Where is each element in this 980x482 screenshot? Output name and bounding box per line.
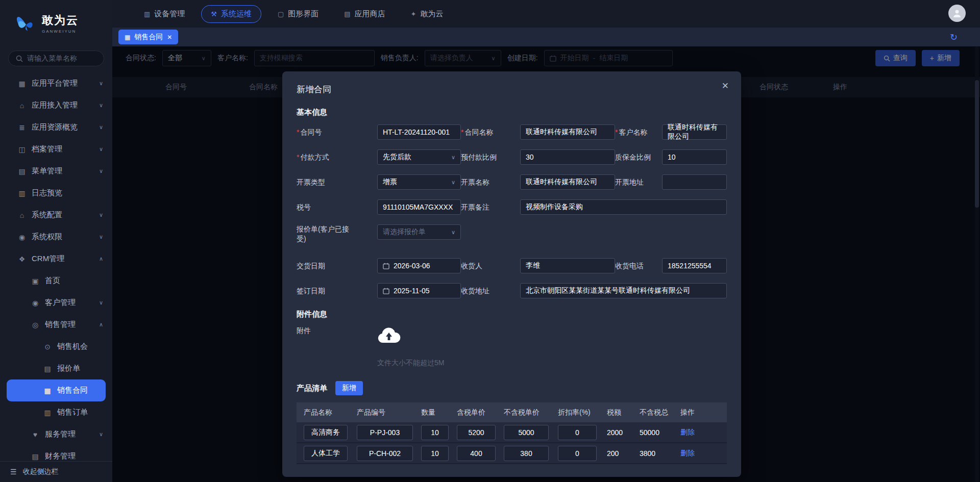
field-value: 2025-11-05 bbox=[394, 287, 430, 295]
sidebar-item-报价单[interactable]: ▤报价单 bbox=[0, 358, 112, 379]
product-input-price_notax[interactable]: 380 bbox=[504, 446, 549, 461]
tab-sales-contract[interactable]: ▦ 销售合同 ✕ bbox=[118, 30, 178, 44]
product-col-折扣率(%): 折扣率(%) bbox=[558, 408, 607, 417]
product-input-qty[interactable]: 10 bbox=[421, 446, 449, 461]
product-input-price_tax[interactable]: 400 bbox=[457, 446, 496, 461]
user-avatar[interactable] bbox=[948, 5, 966, 22]
date-picker-交货日期[interactable]: 2026-03-06 bbox=[377, 258, 461, 273]
product-cell-name: 人体工学 bbox=[304, 446, 357, 461]
product-cell-code: P-PJ-003 bbox=[357, 425, 421, 440]
product-col-不含税总: 不含税总 bbox=[640, 408, 680, 417]
select-付款方式[interactable]: 先货后款∨ bbox=[377, 149, 461, 165]
sidebar-item-销售订单[interactable]: ▥销售订单 bbox=[0, 401, 112, 423]
close-icon[interactable]: ✕ bbox=[722, 81, 729, 91]
field-label-text: 开票类型 bbox=[297, 178, 325, 186]
upload-dropzone[interactable] bbox=[377, 326, 727, 345]
sidebar-item-档案管理[interactable]: ◫档案管理∨ bbox=[0, 138, 112, 160]
input-收货人[interactable]: 李维 bbox=[520, 258, 615, 273]
product-value-total_notax: 3800 bbox=[640, 449, 680, 458]
nav-tab-cloud[interactable]: ✦敢为云 bbox=[402, 6, 453, 22]
input-收货地址[interactable]: 北京市朝阳区某某街道某某号联通时科传媒有限公司 bbox=[520, 283, 727, 298]
input-客户名称[interactable]: 联通时科传媒有限公司 bbox=[662, 124, 727, 140]
sidebar-item-label: 应用接入管理 bbox=[32, 100, 78, 110]
collapse-sidebar-button[interactable]: ☰ 收起侧边栏 bbox=[0, 462, 112, 482]
sidebar-item-label: 客户管理 bbox=[45, 298, 76, 308]
product-cell-price_tax: 400 bbox=[457, 446, 504, 461]
sidebar-menu: ▦应用平台管理∨⌂应用接入管理∨≣应用资源概览∨◫档案管理∨▤菜单管理∨▥日志预… bbox=[0, 72, 112, 462]
sidebar-item-日志预览[interactable]: ▥日志预览 bbox=[0, 182, 112, 204]
field-label-报价单(客户已接受): 报价单(客户已接受) bbox=[297, 224, 377, 244]
sidebar-item-客户管理[interactable]: ◉客户管理∨ bbox=[0, 292, 112, 314]
sidebar-item-应用资源概览[interactable]: ≣应用资源概览∨ bbox=[0, 116, 112, 138]
add-product-button[interactable]: 新增 bbox=[335, 381, 363, 395]
input-开票备注[interactable]: 视频制作设备采购 bbox=[520, 199, 727, 215]
input-开票地址[interactable] bbox=[662, 174, 727, 190]
sidebar-item-销售机会[interactable]: ⊙销售机会 bbox=[0, 336, 112, 358]
input-合同号[interactable]: HT-LT-20241120-001 bbox=[377, 124, 461, 140]
product-input-code[interactable]: P-PJ-003 bbox=[357, 425, 413, 440]
delete-product-link[interactable]: 删除 bbox=[680, 449, 695, 458]
input-收货电话[interactable]: 18521255554 bbox=[662, 258, 727, 273]
product-input-name[interactable]: 高清商务 bbox=[304, 425, 348, 440]
nav-tab-gui[interactable]: ▢图形界面 bbox=[268, 6, 328, 22]
sidebar-item-服务管理[interactable]: ♥服务管理∨ bbox=[0, 423, 112, 445]
product-input-discount[interactable]: 0 bbox=[558, 446, 597, 461]
chevron-up-icon: ∧ bbox=[99, 321, 103, 328]
menu-item-icon: ▤ bbox=[43, 365, 52, 373]
refresh-icon[interactable]: ↻ bbox=[950, 32, 958, 43]
input-开票名称[interactable]: 联通时科传媒有限公司 bbox=[520, 174, 615, 190]
field-label-text: 质保金比例 bbox=[615, 153, 651, 161]
delete-product-link[interactable]: 删除 bbox=[680, 428, 695, 437]
field-label-text: 收货地址 bbox=[461, 287, 489, 295]
product-value-tax: 2000 bbox=[607, 428, 640, 437]
section-basic-info: 基本信息 bbox=[297, 108, 727, 117]
sidebar-item-财务管理[interactable]: ▤财务管理 bbox=[0, 445, 112, 462]
sidebar-item-应用接入管理[interactable]: ⌂应用接入管理∨ bbox=[0, 94, 112, 116]
sidebar-item-菜单管理[interactable]: ▤菜单管理∨ bbox=[0, 160, 112, 182]
nav-tab-label: 敢为云 bbox=[420, 9, 443, 19]
sidebar-item-应用平台管理[interactable]: ▦应用平台管理∨ bbox=[0, 72, 112, 94]
sidebar-item-首页[interactable]: ▣首页 bbox=[0, 270, 112, 292]
sidebar-item-CRM管理[interactable]: ❖CRM管理∧ bbox=[0, 248, 112, 270]
select-开票类型[interactable]: 增票∨ bbox=[377, 174, 461, 190]
menu-item-icon: ▣ bbox=[31, 277, 40, 285]
form-row: *合同号HT-LT-20241120-001*合同名称联通时科传媒有限公司*客户… bbox=[297, 124, 727, 140]
product-cell-code: P-CH-002 bbox=[357, 446, 421, 461]
sidebar-item-销售管理[interactable]: ◎销售管理∧ bbox=[0, 314, 112, 336]
chevron-down-icon: ∨ bbox=[99, 299, 103, 306]
contract-icon: ▦ bbox=[125, 34, 130, 41]
tab-close-icon[interactable]: ✕ bbox=[167, 34, 172, 41]
sidebar-item-销售合同[interactable]: ▦销售合同 bbox=[7, 379, 106, 401]
menu-item-icon: ⌂ bbox=[17, 211, 27, 219]
menu-search-input[interactable]: 请输入菜单名称 bbox=[8, 50, 104, 67]
nav-tab-icon: ▥ bbox=[144, 10, 150, 18]
product-input-code[interactable]: P-CH-002 bbox=[357, 446, 413, 461]
product-input-name[interactable]: 人体工学 bbox=[304, 446, 348, 461]
nav-tab-device[interactable]: ▥设备管理 bbox=[135, 6, 194, 22]
form-row: 开票类型增票∨开票名称联通时科传媒有限公司开票地址 bbox=[297, 174, 727, 190]
field-value: 2026-03-06 bbox=[394, 262, 430, 270]
chevron-down-icon: ∨ bbox=[99, 146, 103, 153]
sidebar-item-label: 销售订单 bbox=[57, 408, 88, 417]
product-input-qty[interactable]: 10 bbox=[421, 425, 449, 440]
sidebar-item-系统权限[interactable]: ◉系统权限∨ bbox=[0, 226, 112, 248]
input-预付款比例[interactable]: 30 bbox=[520, 149, 615, 165]
product-input-price_tax[interactable]: 5200 bbox=[457, 425, 496, 440]
input-税号[interactable]: 91110105MA7GXXXX bbox=[377, 199, 461, 215]
sidebar-item-系统配置[interactable]: ⌂系统配置∨ bbox=[0, 204, 112, 226]
sidebar-item-label: 报价单 bbox=[57, 364, 80, 373]
input-合同名称[interactable]: 联通时科传媒有限公司 bbox=[520, 124, 615, 140]
date-picker-签订日期[interactable]: 2025-11-05 bbox=[377, 283, 461, 298]
product-value-total_notax: 50000 bbox=[640, 428, 680, 437]
field-label-text: 收货人 bbox=[461, 262, 482, 270]
form-row: 税号91110105MA7GXXXX开票备注视频制作设备采购 bbox=[297, 199, 727, 215]
product-input-price_notax[interactable]: 5000 bbox=[504, 425, 549, 440]
cloud-upload-icon bbox=[377, 326, 401, 344]
product-input-discount[interactable]: 0 bbox=[558, 425, 597, 440]
nav-tab-store[interactable]: ▤应用商店 bbox=[335, 6, 394, 22]
field-label-收货地址: 收货地址 bbox=[461, 286, 520, 296]
nav-tab-ops[interactable]: ⚒系统运维 bbox=[201, 5, 261, 23]
input-质保金比例[interactable]: 10 bbox=[662, 149, 727, 165]
field-label-text: 合同号 bbox=[300, 128, 322, 136]
select-报价单(客户已接受)[interactable]: 请选择报价单∨ bbox=[377, 224, 461, 240]
